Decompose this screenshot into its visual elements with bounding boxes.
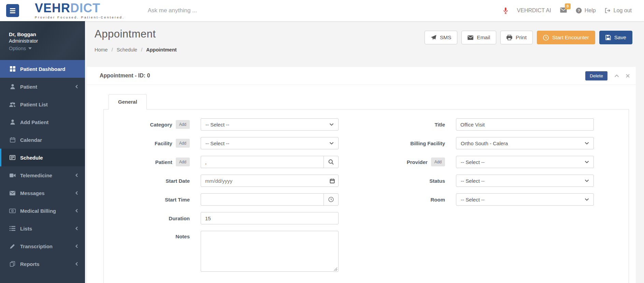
print-button[interactable]: Print [500, 31, 533, 44]
close-panel-button[interactable] [626, 74, 630, 78]
help-link[interactable]: ? Help [576, 8, 596, 14]
close-icon [626, 74, 630, 78]
status-select[interactable]: -- Select -- [456, 175, 594, 187]
sidebar-toggle-button[interactable] [6, 4, 19, 17]
collapse-panel-button[interactable] [614, 74, 619, 77]
start-time-label: Start Time [165, 197, 190, 203]
duration-label: Duration [169, 215, 190, 221]
chevron-left-icon [75, 191, 78, 195]
billing-facility-label: Billing Facility [410, 140, 445, 146]
category-select[interactable]: -- Select -- [201, 118, 339, 131]
logo-part-1: VEHR [35, 1, 70, 15]
sidebar-item-lists[interactable]: Lists [0, 220, 85, 237]
sidebar-item-calendar[interactable]: Calendar [0, 131, 85, 149]
list-icon [9, 226, 16, 231]
sidebar-item-telemedicine[interactable]: Telemedicine [0, 166, 85, 184]
sidebar-item-schedule[interactable]: Schedule [0, 149, 85, 166]
title-input[interactable] [456, 118, 594, 131]
provider-select[interactable]: -- Select -- [456, 156, 594, 168]
sidebar: Dr, Boggan Administrator Options Patient… [0, 21, 85, 283]
room-label: Room [431, 197, 445, 203]
user-icon [9, 84, 16, 89]
caret-down-icon [28, 47, 32, 49]
appointment-panel: Appointment - ID: 0 Delete General [87, 67, 636, 283]
breadcrumb-schedule[interactable]: Schedule [117, 47, 137, 53]
newspaper-icon [9, 155, 16, 160]
user-options-menu[interactable]: Options [9, 46, 76, 51]
add-provider-button[interactable]: Add [431, 158, 445, 166]
user-name: Dr, Boggan [9, 31, 76, 37]
mail-count-badge: 0 [565, 3, 571, 9]
chevron-left-icon [75, 226, 78, 230]
provider-label: Provider [407, 159, 428, 165]
save-floppy-icon [605, 35, 611, 40]
svg-text:?: ? [577, 9, 580, 13]
messages-button[interactable]: 0 [560, 8, 567, 14]
search-icon [328, 159, 334, 165]
video-camera-icon [9, 173, 16, 178]
duration-input[interactable] [201, 212, 339, 224]
add-facility-button[interactable]: Add [176, 139, 190, 148]
sms-button[interactable]: SMS [425, 31, 458, 44]
calendar-icon [9, 137, 16, 143]
patient-search-button[interactable] [324, 156, 339, 168]
start-time-clock-button[interactable] [324, 193, 339, 206]
search-input[interactable] [147, 7, 325, 14]
logo-part-2: DICT [70, 1, 100, 15]
sidebar-item-messages[interactable]: Messages [0, 184, 85, 202]
patient-input[interactable] [201, 156, 324, 168]
chevron-down-icon [585, 179, 589, 182]
title-label: Title [434, 122, 445, 128]
general-tab-content: Category Add -- Select -- [103, 109, 629, 283]
breadcrumb-home[interactable]: Home [95, 47, 108, 53]
category-label: Category [150, 122, 172, 128]
breadcrumb-current: Appointment [146, 47, 176, 53]
hamburger-icon [10, 8, 15, 9]
main-content: Appointment Home / Schedule / Appointmen… [85, 21, 644, 283]
sidebar-item-patient[interactable]: Patient [0, 78, 85, 95]
sidebar-item-transcription[interactable]: Transcription [0, 237, 85, 255]
clock-icon [543, 35, 549, 41]
sidebar-item-reports[interactable]: Reports [0, 255, 85, 273]
chevron-left-icon [75, 85, 78, 89]
vehrdict-ai-link[interactable]: VEHRDICT AI [517, 8, 551, 14]
add-patient-button[interactable]: Add [176, 158, 190, 166]
sidebar-item-add-patient[interactable]: Add Patient [0, 113, 85, 131]
notes-label: Notes [175, 234, 190, 239]
tab-general[interactable]: General [109, 94, 147, 109]
facility-select[interactable]: -- Select -- [201, 137, 339, 149]
sidebar-nav: Patient Dashboard Patient Patient List [0, 60, 85, 273]
save-button[interactable]: Save [599, 31, 632, 44]
app-logo: VEHRDICT Provider Focused. Patient-Cente… [35, 2, 125, 19]
question-circle-icon: ? [576, 8, 582, 14]
user-role: Administrator [9, 38, 76, 44]
sidebar-item-patient-list[interactable]: Patient List [0, 95, 85, 113]
billing-facility-select[interactable]: Ortho South - Calera [456, 137, 594, 149]
notes-textarea[interactable] [201, 231, 339, 272]
microphone-icon [503, 7, 508, 14]
paper-plane-icon [431, 35, 437, 40]
delete-button[interactable]: Delete [585, 71, 607, 80]
chevron-left-icon [75, 244, 78, 248]
pencil-icon [9, 244, 16, 249]
chevron-left-icon [75, 209, 78, 213]
chevron-down-icon [329, 123, 334, 126]
sidebar-item-patient-dashboard[interactable]: Patient Dashboard [0, 60, 85, 78]
room-select[interactable]: -- Select -- [456, 193, 594, 206]
clock-icon [328, 197, 334, 202]
logout-link[interactable]: Log out [605, 8, 632, 14]
start-encounter-button[interactable]: Start Encounter [537, 31, 595, 44]
chevron-up-icon [614, 74, 619, 77]
money-bill-icon [9, 209, 16, 213]
add-category-button[interactable]: Add [176, 120, 190, 129]
status-label: Status [429, 178, 445, 184]
panel-title: Appointment - ID: 0 [100, 73, 150, 79]
sidebar-item-medical-billing[interactable]: Medical Billing [0, 202, 85, 220]
microphone-button[interactable] [503, 7, 508, 14]
start-date-input[interactable]: mm/dd/yyyy [201, 175, 339, 187]
copy-icon [9, 261, 16, 267]
email-button[interactable]: Email [461, 31, 496, 44]
chevron-left-icon [75, 173, 78, 177]
calendar-icon [330, 178, 335, 183]
start-time-input[interactable] [201, 193, 324, 206]
